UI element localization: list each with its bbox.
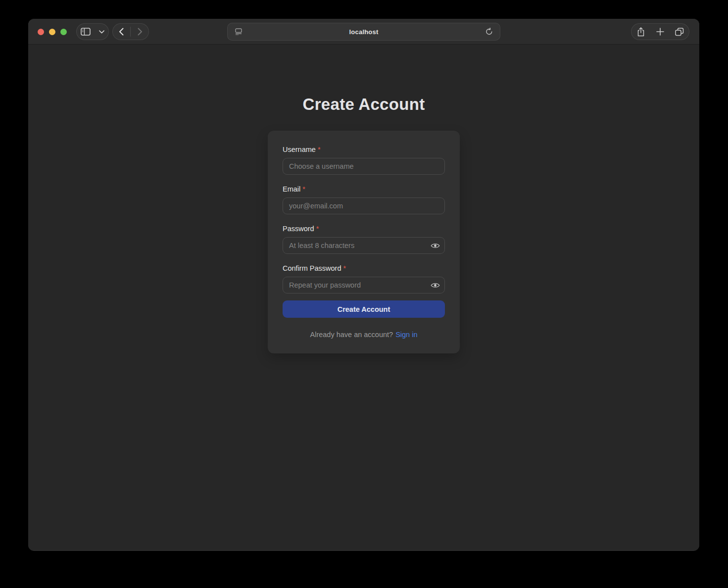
required-marker: * [343,264,346,272]
email-input[interactable] [283,197,445,214]
eye-icon [431,282,440,289]
nav-control-group [112,23,149,40]
page-title: Create Account [28,45,699,114]
share-icon[interactable] [633,24,648,39]
username-input[interactable] [283,158,445,175]
page-settings-icon[interactable] [233,24,244,39]
confirm-password-visibility-toggle[interactable] [426,277,444,293]
password-label: Password* [283,225,445,233]
sidebar-control-group [76,23,109,40]
reload-icon[interactable] [483,24,495,39]
browser-toolbar: localhost [28,19,699,45]
confirm-password-field-group: Confirm Password* [283,264,445,294]
zoom-window-button[interactable] [60,29,67,35]
browser-window: localhost [28,19,699,551]
tab-overview-icon[interactable] [672,24,687,39]
back-icon[interactable] [114,24,129,39]
right-control-group [631,23,689,40]
minimize-window-button[interactable] [49,29,55,35]
signin-prompt-text: Already have an account? [310,331,393,339]
required-marker: * [302,185,305,193]
username-label: Username* [283,146,445,153]
signup-card: Username* Email* Password* [268,131,460,353]
forward-icon[interactable] [133,24,147,39]
email-label: Email* [283,185,445,193]
sign-in-link[interactable]: Sign in [395,331,417,339]
required-marker: * [316,225,319,233]
chevron-down-icon[interactable] [96,24,107,39]
required-marker: * [318,146,321,153]
password-input[interactable] [283,237,445,254]
password-visibility-toggle[interactable] [426,238,444,253]
create-account-button[interactable]: Create Account [283,300,445,318]
url-text: localhost [244,28,483,36]
page-content: Create Account Username* Email* [28,45,699,550]
address-bar[interactable]: localhost [227,23,500,41]
signin-prompt: Already have an account?Sign in [283,331,445,339]
username-field-group: Username* [283,146,445,175]
password-field-group: Password* [283,225,445,254]
confirm-password-label: Confirm Password* [283,264,445,272]
new-tab-icon[interactable] [653,24,668,39]
traffic-lights [38,19,67,45]
close-window-button[interactable] [38,29,44,35]
eye-icon [431,243,440,249]
confirm-password-input[interactable] [283,277,445,294]
sidebar-icon[interactable] [78,24,93,39]
email-field-group: Email* [283,185,445,214]
